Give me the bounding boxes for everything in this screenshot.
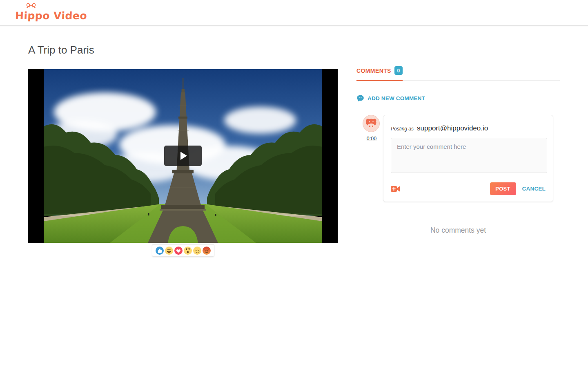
comments-tab-label: COMMENTS <box>356 67 391 74</box>
comments-panel: COMMENTS 0 ADD NEW COMMENT <box>356 65 560 81</box>
timestamp-link[interactable]: 0:00 <box>367 136 376 141</box>
posting-as-email: support@hippovideo.io <box>417 124 488 132</box>
play-button[interactable] <box>164 146 202 166</box>
cancel-button[interactable]: CANCEL <box>522 186 546 192</box>
speech-bubble-icon <box>356 94 364 102</box>
tab-comments[interactable]: COMMENTS 0 <box>356 66 403 81</box>
video-player[interactable] <box>28 69 338 243</box>
comment-card: Posting as support@hippovideo.io POST CA… <box>383 115 553 202</box>
post-button[interactable]: POST <box>490 182 516 195</box>
page-title: A Trip to Paris <box>28 44 94 56</box>
record-video-icon[interactable] <box>391 186 400 192</box>
reaction-love-icon[interactable] <box>174 247 183 255</box>
add-new-comment-label: ADD NEW COMMENT <box>368 95 425 101</box>
play-icon <box>180 152 187 160</box>
comments-count-badge: 0 <box>394 66 403 75</box>
top-header: Hippo Video <box>0 0 588 26</box>
comments-tab-row: COMMENTS 0 <box>356 65 560 81</box>
reaction-sad-icon[interactable] <box>193 247 201 255</box>
hippo-video-logo[interactable]: Hippo Video <box>15 7 87 23</box>
user-avatar <box>363 115 380 132</box>
reaction-angry-icon[interactable] <box>203 247 211 255</box>
reaction-wow-icon[interactable] <box>184 247 192 255</box>
reaction-like-icon[interactable] <box>156 247 164 255</box>
comment-input[interactable] <box>391 138 547 173</box>
reactions-bar <box>152 244 214 257</box>
no-comments-message: No comments yet <box>356 226 560 235</box>
reaction-haha-icon[interactable] <box>165 247 173 255</box>
logo-wordmark: Hippo Video <box>15 10 87 22</box>
posting-as-label: Posting as <box>391 126 414 132</box>
add-new-comment-button[interactable]: ADD NEW COMMENT <box>356 94 425 102</box>
